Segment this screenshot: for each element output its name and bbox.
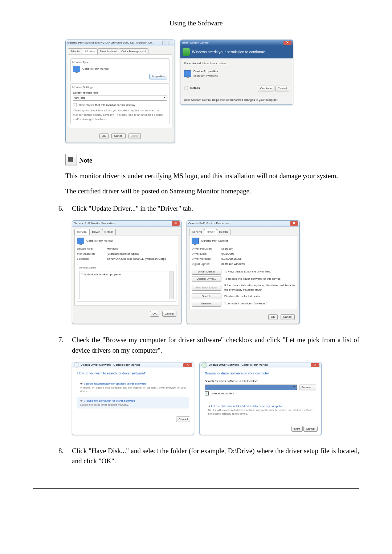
screenshot-row-1: Generic PnP Monitor and NVIDIA GeForce 6… [65, 40, 359, 143]
tabs: Adapter Monitor Troubleshoot Color Manag… [66, 46, 175, 54]
wizard-titlebar: ← Update Driver Software - Generic PnP M… [200, 362, 321, 368]
tab-color-management[interactable]: Color Management [119, 48, 148, 54]
monitor-icon [77, 238, 84, 244]
refresh-rate-label: Screen refresh rate: [73, 91, 167, 95]
cancel-button[interactable]: Cancel [162, 311, 176, 317]
back-icon[interactable] [74, 362, 79, 368]
cancel-button[interactable]: Cancel [303, 426, 318, 432]
let-me-pick-title: Let me pick from a list of device driver… [211, 405, 283, 408]
close-icon[interactable]: ✕ [311, 363, 319, 367]
include-subfolders-checkbox[interactable] [205, 391, 209, 395]
monitor-settings-label: Monitor Settings [72, 85, 167, 90]
ok-button[interactable]: OK [99, 133, 109, 139]
tab-driver[interactable]: Driver [204, 229, 217, 235]
uac-device-properties: Device Properties [193, 69, 218, 74]
dialog-title: Generic PnP Monitor and NVIDIA GeForce 6… [67, 41, 154, 45]
disable-button[interactable]: Disable [192, 294, 221, 299]
driver-details-desc: To view details about the driver files. [224, 270, 295, 274]
uninstall-desc: To uninstall the driver (Advanced). [224, 301, 295, 306]
driver-details-button[interactable]: Driver Details [192, 269, 221, 275]
tab-body: Monitor Type Generic PnP Monitor Propert… [68, 54, 172, 128]
close-icon[interactable]: ✕ [283, 41, 291, 45]
dialog-title: Generic PnP Monitor Properties [188, 221, 229, 226]
refresh-rate-select[interactable]: 60 Hertz ▼ [73, 95, 167, 101]
tab-driver[interactable]: Driver [89, 229, 102, 235]
titlebar: Generic PnP Monitor Properties ✕ [187, 221, 299, 227]
properties-button[interactable]: Properties [149, 74, 167, 79]
uac-publisher: Microsoft Windows [193, 74, 218, 78]
tab-details[interactable]: Details [217, 229, 230, 235]
uac-details-toggle[interactable]: Details [190, 87, 200, 90]
step-7-text: Check the "Browse my computer for driver… [72, 336, 359, 354]
uac-started-text: If you started this action, continue. [184, 61, 289, 66]
pnp-properties-driver: Generic PnP Monitor Properties ✕ General… [187, 220, 300, 324]
step-6: Click "Update Driver..." in the "Driver"… [65, 204, 359, 324]
continue-button[interactable]: Continue [258, 86, 274, 91]
browse-my-computer-option[interactable]: ➔ Browse my computer for driver software… [77, 397, 189, 409]
browse-button[interactable]: Browse... [299, 385, 316, 390]
minimize-icon[interactable] [162, 41, 167, 45]
note-label: Note [79, 156, 92, 165]
tab-general[interactable]: General [74, 229, 90, 235]
cancel-button[interactable]: Cancel [281, 314, 295, 320]
clear-checkbox-note: Clearing this check box allows you to se… [73, 108, 167, 122]
disable-desc: Disables the selected device. [224, 294, 295, 299]
uac-dialog: User Account Control ✕ Windows needs you… [180, 40, 293, 105]
note-paragraph-1: This monitor driver is under certifying … [65, 171, 359, 181]
device-name: Generic PnP Monitor [86, 239, 113, 243]
driver-provider-value: Microsoft [221, 247, 233, 251]
close-icon[interactable]: ✕ [172, 221, 180, 226]
chevron-down-icon[interactable] [184, 86, 188, 90]
uac-banner-text: Windows needs your permission to contion… [192, 49, 266, 55]
uninstall-button[interactable]: Uninstall [192, 301, 221, 307]
rollback-driver-button[interactable]: Roll Back Driver [192, 285, 221, 291]
device-status-text: This device is working properly. [81, 273, 121, 276]
back-icon[interactable]: ← [201, 362, 207, 368]
device-status-box: This device is working properly. [79, 271, 174, 299]
window-controls [162, 41, 173, 45]
update-driver-desc: To update the driver software for this d… [224, 277, 295, 281]
step-6-text: Click "Update Driver..." in the "Driver"… [72, 205, 193, 212]
tab-details[interactable]: Details [102, 229, 116, 235]
driver-provider-label: Driver Provider: [192, 247, 218, 251]
close-icon[interactable] [168, 41, 173, 45]
cancel-button[interactable]: Cancel [275, 86, 289, 91]
uac-footer-note: User Account Control helps stop unauthor… [180, 96, 293, 104]
update-driver-button[interactable]: Update Driver... [192, 276, 221, 282]
note-paragraph-2: The certified driver will be posted on S… [65, 186, 359, 197]
step-8: Click "Have Disk..." and select the fold… [65, 446, 359, 467]
search-automatically-desc: Windows will search your computer and th… [80, 386, 186, 394]
monitor-type-value: Generic PnP Monitor [82, 67, 109, 71]
manufacturer-label: Manufacturer: [77, 252, 103, 256]
tab-troubleshoot[interactable]: Troubleshoot [97, 48, 119, 54]
scrollbar[interactable] [170, 271, 173, 299]
location-input[interactable]: ▼ [205, 385, 297, 390]
let-me-pick-option[interactable]: ➔ Let me pick from a list of device driv… [205, 402, 316, 418]
breadcrumb: Update Driver Software - Generic PnP Mon… [209, 363, 268, 367]
tab-monitor[interactable]: Monitor [83, 48, 98, 54]
rollback-driver-desc: If the device fails after updating the d… [224, 283, 295, 292]
ok-button[interactable]: OK [150, 311, 159, 317]
ok-button[interactable]: OK [268, 314, 278, 320]
uac-body: If you started this action, continue. De… [180, 58, 293, 96]
tab-general[interactable]: General [189, 229, 204, 235]
next-button[interactable]: Next [291, 426, 302, 432]
update-driver-wizard-search: Update Driver Software - Generic PnP Mon… [72, 362, 194, 435]
close-icon[interactable]: ✕ [183, 363, 192, 367]
cancel-button[interactable]: Cancel [111, 133, 126, 139]
hide-modes-checkbox[interactable] [73, 103, 77, 107]
tab-adapter[interactable]: Adapter [68, 48, 83, 54]
apply-button[interactable]: Apply [128, 133, 141, 139]
cancel-button[interactable]: Cancel [176, 416, 190, 422]
screenshot-row-3: Update Driver Software - Generic PnP Mon… [72, 362, 359, 435]
chevron-down-icon: ▼ [163, 96, 166, 100]
properties-button-label: Properties [152, 75, 165, 78]
search-automatically-option[interactable]: ➔ Search automatically for updated drive… [77, 380, 189, 395]
location-label: Location: [77, 257, 103, 261]
monitor-icon [184, 70, 191, 77]
note-icon [65, 154, 77, 165]
monitor-properties-dialog: Generic PnP Monitor and NVIDIA GeForce 6… [65, 40, 175, 143]
chevron-down-icon: ▼ [293, 385, 295, 389]
close-icon[interactable]: ✕ [290, 221, 298, 226]
wizard-heading: How do you want to search for driver sof… [77, 371, 189, 376]
